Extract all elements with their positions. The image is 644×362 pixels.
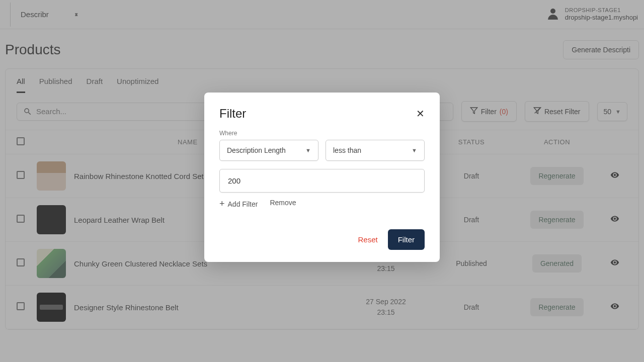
add-filter-button[interactable]: + Add Filter (219, 199, 258, 209)
where-label: Where (219, 130, 425, 137)
chevron-down-icon: ▼ (412, 147, 417, 153)
filter-modal: Filter ✕ Where Description Length ▼ less… (204, 93, 440, 262)
add-filter-label: Add Filter (228, 200, 258, 208)
close-icon[interactable]: ✕ (416, 108, 425, 120)
filter-value-input[interactable] (219, 169, 425, 193)
remove-filter-button[interactable]: Remove (270, 199, 296, 209)
apply-filter-button[interactable]: Filter (388, 229, 425, 250)
field-select[interactable]: Description Length ▼ (219, 140, 318, 161)
reset-button[interactable]: Reset (358, 235, 377, 244)
operator-select[interactable]: less than ▼ (326, 140, 425, 161)
modal-title: Filter (219, 107, 246, 121)
plus-icon: + (219, 199, 225, 209)
modal-overlay[interactable]: Filter ✕ Where Description Length ▼ less… (0, 0, 644, 362)
chevron-down-icon: ▼ (305, 147, 311, 153)
field-select-value: Description Length (227, 146, 286, 154)
operator-select-value: less than (333, 146, 361, 154)
